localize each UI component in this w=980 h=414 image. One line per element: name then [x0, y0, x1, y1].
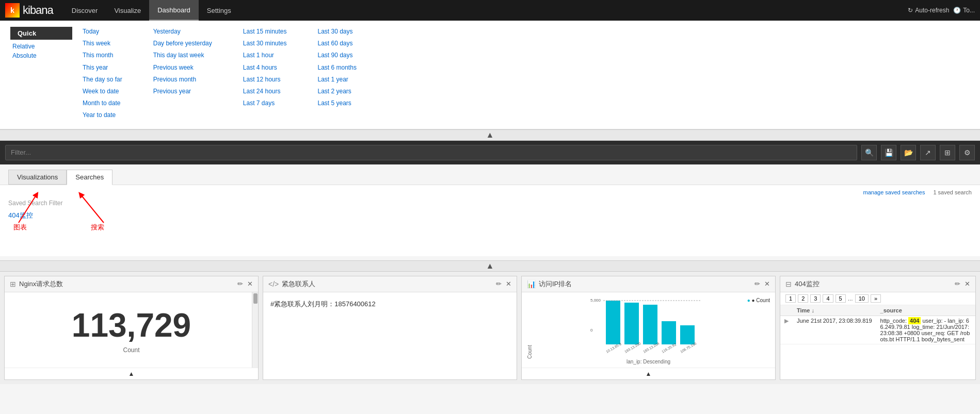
annotation-area: 图表 搜索: [8, 220, 972, 256]
link-month-to-date[interactable]: Month to date: [83, 98, 122, 108]
nav-dashboard[interactable]: Dashboard: [149, 0, 199, 21]
panel3-close-btn[interactable]: ✕: [764, 280, 770, 288]
relative-btn[interactable]: Relative: [12, 43, 72, 50]
search-button[interactable]: 🔍: [861, 145, 877, 160]
absolute-btn[interactable]: Absolute: [12, 52, 72, 59]
refresh-icon: ↻: [908, 7, 913, 14]
collapse-bar-1[interactable]: ▲: [0, 129, 980, 141]
page-1-btn[interactable]: 1: [785, 294, 796, 303]
link-day-so-far[interactable]: The day so far: [83, 75, 122, 85]
link-last-7days[interactable]: Last 7 days: [243, 98, 287, 108]
panel1-edit-btn[interactable]: ✏: [237, 280, 243, 288]
embed-icon: ⊞: [944, 148, 951, 157]
nav-visualize[interactable]: Visualize: [106, 0, 149, 21]
panel2-edit-btn[interactable]: ✏: [496, 280, 502, 288]
time-mode-selector: Quick Relative Absolute: [10, 27, 72, 59]
share-button[interactable]: ↗: [920, 145, 936, 160]
panel2-close-btn[interactable]: ✕: [506, 280, 511, 288]
page-10-btn[interactable]: 10: [855, 294, 869, 303]
link-last-6months[interactable]: Last 6 months: [318, 63, 357, 73]
link-last-1year[interactable]: Last 1 year: [318, 75, 357, 85]
load-button[interactable]: 📂: [901, 145, 916, 160]
panel1-header: ⊞ Nginx请求总数 ✏ ✕: [5, 276, 258, 292]
link-last-5years[interactable]: Last 5 years: [318, 98, 357, 108]
source-cell: http_code: 404 user_ip: - lan_ip: 66.249…: [876, 316, 975, 344]
table-header-row: Time ↓ _source: [780, 305, 975, 316]
page-next-btn[interactable]: »: [871, 294, 881, 303]
tab-visualizations[interactable]: Visualizations: [8, 170, 67, 185]
big-number-display: 113,729: [72, 306, 191, 344]
link-last-15min[interactable]: Last 15 minutes: [243, 27, 287, 37]
quick-col-1: Today This week This month This year The…: [83, 27, 122, 121]
panel1-body: 113,729 Count: [5, 292, 258, 368]
link-last-90days[interactable]: Last 90 days: [318, 51, 357, 60]
link-last-30min[interactable]: Last 30 minutes: [243, 39, 287, 48]
link-last-2years[interactable]: Last 2 years: [318, 87, 357, 96]
nav-settings[interactable]: Settings: [199, 0, 239, 21]
link-week-to-date[interactable]: Week to date: [83, 87, 122, 96]
contact-text: #紧急联系人刘月明：18576400612: [270, 300, 509, 309]
count-label: Count: [123, 346, 139, 354]
tab-searches[interactable]: Searches: [67, 170, 113, 185]
panel4-edit-btn[interactable]: ✏: [955, 280, 960, 288]
scrollbar-thumb: [253, 293, 258, 304]
link-prev-month[interactable]: Previous month: [153, 75, 212, 85]
svg-text:5,000: 5,000: [590, 298, 601, 303]
link-yesterday[interactable]: Yesterday: [153, 27, 212, 37]
page-4-btn[interactable]: 4: [823, 294, 833, 303]
today-btn[interactable]: 🕐 To...: [953, 7, 975, 14]
nav-right: ↻ Auto-refresh 🕐 To...: [908, 7, 975, 14]
gear-button[interactable]: ⚙: [959, 145, 975, 160]
logo-box: k: [5, 3, 20, 18]
table-pagination: 1 2 3 4 5 ... 10 »: [780, 292, 975, 305]
panel3-header: 📊 访问IP排名 ✏ ✕: [522, 276, 775, 292]
panel3-edit-btn[interactable]: ✏: [754, 280, 760, 288]
saved-search-item: 404监控: [8, 211, 972, 220]
logo-text: kibana: [23, 4, 53, 17]
link-last-4hours[interactable]: Last 4 hours: [243, 63, 287, 73]
collapse-bar-2[interactable]: ▲: [0, 260, 980, 272]
page-3-btn[interactable]: 3: [810, 294, 821, 303]
link-this-year[interactable]: This year: [83, 63, 122, 73]
link-year-to-date[interactable]: Year to date: [83, 110, 122, 120]
link-last-12hours[interactable]: Last 12 hours: [243, 75, 287, 85]
x-axis-label: lan_ip: Descending: [626, 359, 670, 365]
page-ellipsis: ...: [848, 295, 853, 302]
link-last-1hour[interactable]: Last 1 hour: [243, 51, 287, 60]
link-this-day-last-week[interactable]: This day last week: [153, 51, 212, 60]
auto-refresh-btn[interactable]: ↻ Auto-refresh: [908, 7, 949, 14]
page-2-btn[interactable]: 2: [798, 294, 808, 303]
bar-chart-svg: 5,000 0 10.13.85.9 183.13.200 183.1: [535, 295, 770, 357]
link-this-week[interactable]: This week: [83, 39, 122, 48]
nav-discover[interactable]: Discover: [63, 0, 106, 21]
panel1-scrollbar[interactable]: [252, 292, 258, 368]
save-button[interactable]: 💾: [881, 145, 896, 160]
col-time[interactable]: Time ↓: [793, 305, 876, 316]
panel1-title: Nginx请求总数: [19, 279, 63, 289]
link-last-60days[interactable]: Last 60 days: [318, 39, 357, 48]
col-expand: [780, 305, 793, 316]
link-this-month[interactable]: This month: [83, 51, 122, 60]
panel-ip-ranking: 📊 访问IP排名 ✏ ✕ Count 5,000 0: [521, 276, 776, 380]
link-today[interactable]: Today: [83, 27, 122, 37]
link-day-before-yesterday[interactable]: Day before yesterday: [153, 39, 212, 48]
panel2-title: 紧急联系人: [282, 279, 315, 289]
link-prev-week[interactable]: Previous week: [153, 63, 212, 73]
panel1-close-btn[interactable]: ✕: [247, 280, 253, 288]
panel1-grid-icon: ⊞: [10, 280, 16, 288]
expand-cell[interactable]: ▶: [780, 316, 793, 344]
time-picker-panel: Quick Relative Absolute Today This week …: [0, 21, 980, 129]
link-last-30days[interactable]: Last 30 days: [318, 27, 357, 37]
filter-input[interactable]: [5, 145, 857, 160]
manage-saved-searches-link[interactable]: manage saved searches: [863, 189, 925, 195]
panel4-close-btn[interactable]: ✕: [965, 280, 970, 288]
link-last-24hours[interactable]: Last 24 hours: [243, 87, 287, 96]
embed-button[interactable]: ⊞: [940, 145, 955, 160]
link-prev-year[interactable]: Previous year: [153, 87, 212, 96]
table-scroll-area[interactable]: Time ↓ _source ▶ June 21st 2017, 23:08:3…: [780, 305, 975, 344]
quick-col-3: Last 15 minutes Last 30 minutes Last 1 h…: [243, 27, 287, 121]
panel4-title: 404监控: [795, 279, 820, 289]
clock-icon: 🕐: [953, 7, 961, 14]
page-5-btn[interactable]: 5: [836, 294, 846, 303]
collapse-down-icon: ▲: [128, 370, 135, 377]
